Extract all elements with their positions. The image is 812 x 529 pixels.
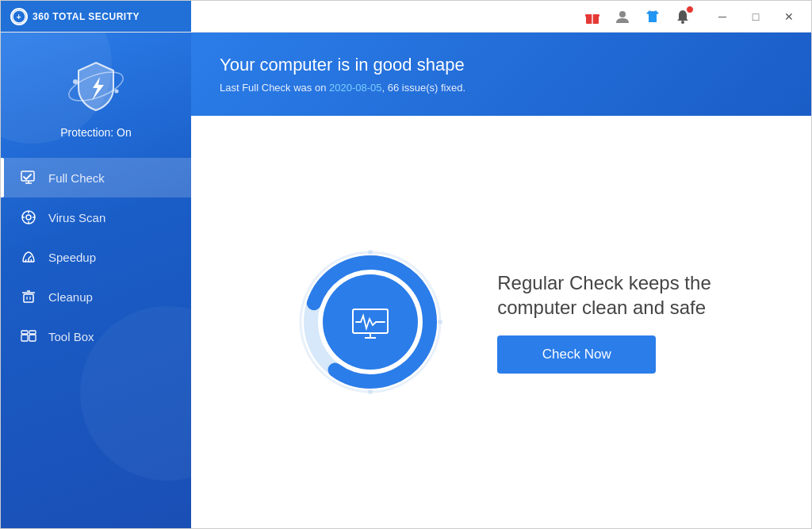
header-title: Your computer is in good shape xyxy=(220,55,783,75)
titlebar-right: ─ □ ✕ xyxy=(580,4,811,29)
cleanup-icon xyxy=(20,288,37,305)
svg-rect-28 xyxy=(29,331,36,334)
sidebar: Protection: On Full Check xyxy=(1,33,191,528)
svg-text:+: + xyxy=(17,13,21,21)
subtitle-suffix: , 66 issue(s) fixed. xyxy=(382,82,466,94)
speedup-icon xyxy=(20,248,37,266)
svg-rect-10 xyxy=(21,171,34,181)
svg-point-9 xyxy=(115,90,119,94)
nav-label-speedup: Speedup xyxy=(48,251,96,264)
header-date: 2020-08-05 xyxy=(329,82,382,94)
app-logo: + 360 TOTAL SECURITY xyxy=(10,8,140,25)
check-now-button[interactable]: Check Now xyxy=(497,335,656,374)
donut-chart xyxy=(291,243,450,401)
notification-icon[interactable] xyxy=(670,4,695,29)
subtitle-prefix: Last Full Check was on xyxy=(220,82,329,94)
sidebar-nav: Full Check Virus Scan xyxy=(1,158,191,356)
svg-rect-25 xyxy=(21,335,28,341)
svg-point-38 xyxy=(438,320,442,324)
nav-label-virus-scan: Virus Scan xyxy=(48,211,105,224)
svg-rect-4 xyxy=(592,14,593,24)
content-area: Your computer is in good shape Last Full… xyxy=(191,33,811,528)
shield-icon xyxy=(64,55,128,118)
full-check-icon xyxy=(20,169,37,186)
nav-label-tool-box: Tool Box xyxy=(48,330,94,343)
svg-rect-26 xyxy=(29,335,36,341)
app-window: + 360 TOTAL SECURITY xyxy=(0,0,812,529)
nav-item-full-check[interactable]: Full Check xyxy=(1,158,191,197)
svg-point-6 xyxy=(681,21,684,24)
nav-label-full-check: Full Check xyxy=(48,171,105,185)
titlebar-left: + 360 TOTAL SECURITY xyxy=(1,1,191,32)
nav-label-cleanup: Cleanup xyxy=(48,290,93,304)
close-button[interactable]: ✕ xyxy=(773,4,805,29)
svg-point-14 xyxy=(26,215,31,220)
window-controls: ─ □ ✕ xyxy=(707,4,805,29)
maximize-button[interactable]: □ xyxy=(740,4,772,29)
nav-item-speedup[interactable]: Speedup xyxy=(1,237,191,277)
content-header: Your computer is in good shape Last Full… xyxy=(191,33,811,116)
svg-point-5 xyxy=(619,11,626,17)
main-layout: Protection: On Full Check xyxy=(1,33,811,528)
header-subtitle: Last Full Check was on 2020-08-05, 66 is… xyxy=(220,82,783,94)
notification-badge xyxy=(686,6,694,13)
profile-icon[interactable] xyxy=(610,4,635,29)
svg-point-37 xyxy=(368,250,373,255)
toolbox-icon xyxy=(20,328,37,345)
logo-icon: + xyxy=(10,8,28,25)
sidebar-logo-area: Protection: On xyxy=(1,33,191,155)
gift-icon[interactable] xyxy=(580,4,605,29)
content-body: Regular Check keeps thecomputer clean an… xyxy=(191,116,811,528)
nav-item-tool-box[interactable]: Tool Box xyxy=(1,316,191,356)
cta-section: Regular Check keeps thecomputer clean an… xyxy=(497,270,710,374)
protection-status: Protection: On xyxy=(60,126,132,139)
titlebar: + 360 TOTAL SECURITY xyxy=(1,1,811,33)
svg-rect-20 xyxy=(24,294,33,302)
virus-scan-icon xyxy=(20,209,37,226)
nav-item-virus-scan[interactable]: Virus Scan xyxy=(1,197,191,237)
nav-item-cleanup[interactable]: Cleanup xyxy=(1,277,191,316)
cta-text: Regular Check keeps thecomputer clean an… xyxy=(497,270,710,320)
skin-icon[interactable] xyxy=(640,4,665,29)
svg-rect-27 xyxy=(21,331,28,334)
app-title: 360 TOTAL SECURITY xyxy=(33,11,140,22)
svg-point-8 xyxy=(73,79,78,84)
minimize-button[interactable]: ─ xyxy=(707,4,738,29)
svg-point-39 xyxy=(368,389,373,394)
